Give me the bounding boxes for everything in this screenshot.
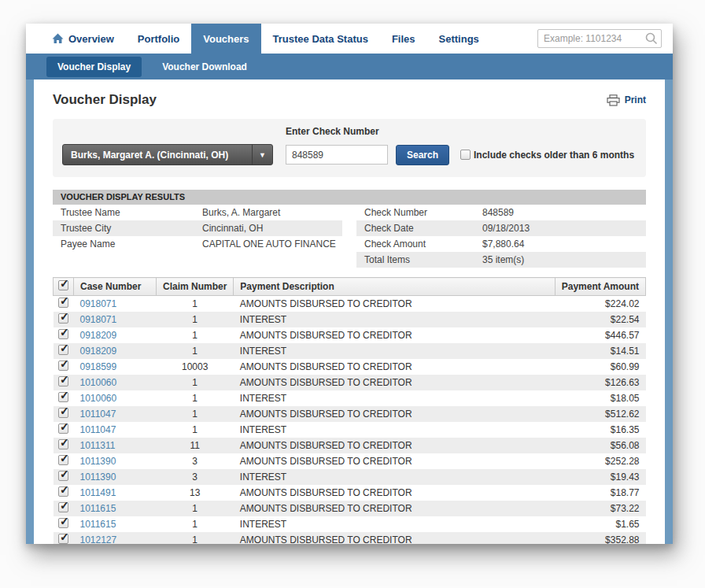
case-number-link[interactable]: 1011615	[80, 519, 116, 530]
case-number-link[interactable]: 0918209	[80, 330, 117, 341]
payment-amount-cell: $252.28	[555, 453, 645, 469]
title-row: Voucher Display Print	[53, 89, 646, 111]
detail-value: $7,880.64	[482, 239, 646, 250]
nav-tab-overview[interactable]: Overview	[40, 24, 126, 54]
payment-description-cell: AMOUNTS DISBURSED TO CREDITOR	[234, 453, 555, 469]
case-number-link[interactable]: 0918071	[80, 298, 117, 309]
case-number-link[interactable]: 1011390	[80, 472, 116, 483]
case-number-link[interactable]: 1011390	[80, 456, 116, 467]
trustee-dropdown[interactable]: Burks, Margaret A. (Cincinnati, OH) ▼	[62, 144, 273, 165]
claim-number-cell: 1	[157, 375, 234, 390]
quick-search-box	[537, 29, 662, 48]
table-row: 10100601INTEREST$18.05	[54, 390, 646, 406]
case-number-link[interactable]: 0918209	[80, 346, 117, 357]
nav-tab-files[interactable]: Files	[380, 24, 427, 54]
nav-tab-label: Files	[392, 33, 415, 45]
row-checkbox[interactable]	[58, 518, 68, 528]
payment-description-cell: INTEREST	[234, 516, 555, 532]
row-checkbox[interactable]	[58, 534, 68, 544]
case-number-link[interactable]: 1011491	[80, 487, 116, 498]
row-checkbox[interactable]	[58, 423, 68, 434]
case-number-link[interactable]: 1011047	[80, 424, 116, 435]
nav-tab-portfolio[interactable]: Portfolio	[126, 24, 191, 54]
payment-description-cell: INTEREST	[234, 390, 555, 406]
row-checkbox[interactable]	[58, 408, 68, 418]
payment-description-cell: AMOUNTS DISBURSED TO CREDITOR	[234, 485, 555, 501]
row-checkbox[interactable]	[58, 502, 68, 512]
nav-tab-trustee-data-status[interactable]: Trustee Data Status	[261, 24, 380, 54]
table-row: 09180711AMOUNTS DISBURSED TO CREDITOR$22…	[54, 296, 646, 312]
payment-amount-cell: $352.88	[555, 532, 645, 545]
nav-tab-label: Overview	[68, 33, 114, 45]
row-checkbox[interactable]	[58, 392, 68, 402]
claim-number-cell: 1	[157, 327, 234, 343]
nav-tab-label: Portfolio	[138, 33, 179, 45]
case-number-link[interactable]: 1012127	[80, 534, 117, 545]
row-checkbox[interactable]	[58, 439, 68, 449]
payment-description-cell: INTEREST	[234, 469, 555, 485]
payment-amount-header: Payment Amount	[555, 278, 645, 296]
detail-value: Burks, A. Margaret	[202, 207, 342, 218]
quick-search-input[interactable]	[538, 33, 644, 44]
page-card: OverviewPortfolioVouchersTrustee Data St…	[26, 24, 673, 544]
claim-number-cell: 13	[157, 485, 234, 501]
claim-number-cell: 1	[157, 390, 234, 406]
table-row: 10110471INTEREST$16.35	[54, 422, 646, 438]
payment-amount-cell: $14.51	[555, 343, 645, 359]
claim-number-cell: 3	[157, 469, 234, 485]
claim-number-cell: 1	[157, 312, 234, 327]
payment-description-cell: INTEREST	[234, 422, 555, 438]
nav-tabs: OverviewPortfolioVouchersTrustee Data St…	[40, 24, 491, 54]
case-number-link[interactable]: 1011311	[80, 440, 116, 451]
search-button[interactable]: Search	[396, 145, 449, 165]
detail-label: Check Amount	[356, 239, 482, 250]
detail-row-trustee-city: Trustee CityCincinnati, OH	[53, 220, 342, 236]
case-number-link[interactable]: 1011047	[80, 409, 116, 420]
payment-amount-cell: $1.65	[555, 516, 645, 532]
row-checkbox[interactable]	[58, 329, 68, 339]
case-number-link[interactable]: 1011615	[80, 503, 116, 514]
payment-description-header: Payment Description	[234, 278, 555, 296]
detail-row-trustee-name: Trustee NameBurks, A. Margaret	[53, 205, 342, 220]
payment-description-cell: AMOUNTS DISBURSED TO CREDITOR	[234, 359, 555, 375]
subnav-item-voucher-display[interactable]: Voucher Display	[46, 57, 142, 77]
table-row: 09182091AMOUNTS DISBURSED TO CREDITOR$44…	[54, 327, 646, 343]
row-checkbox[interactable]	[58, 471, 68, 481]
nav-tab-vouchers[interactable]: Vouchers	[191, 24, 260, 54]
row-checkbox[interactable]	[58, 376, 68, 386]
row-checkbox[interactable]	[58, 455, 68, 465]
case-number-header: Case Number	[74, 278, 157, 296]
row-checkbox[interactable]	[58, 361, 68, 371]
claim-number-cell: 1	[157, 532, 234, 545]
case-number-link[interactable]: 0918071	[80, 314, 117, 325]
detail-label: Trustee Name	[53, 207, 202, 218]
detail-label: Check Number	[356, 207, 482, 218]
detail-value: 09/18/2013	[482, 223, 646, 234]
table-row: 10121271AMOUNTS DISBURSED TO CREDITOR$35…	[54, 532, 646, 545]
search-icon[interactable]	[644, 31, 659, 46]
top-nav: OverviewPortfolioVouchersTrustee Data St…	[26, 24, 673, 54]
nav-tab-settings[interactable]: Settings	[427, 24, 491, 54]
payment-description-cell: AMOUNTS DISBURSED TO CREDITOR	[234, 327, 555, 343]
payments-table: Case Number Claim Number Payment Descrip…	[53, 277, 646, 544]
table-row: 091859910003AMOUNTS DISBURSED TO CREDITO…	[54, 359, 646, 375]
detail-row-total-items: Total Items35 item(s)	[356, 252, 646, 268]
detail-value: 35 item(s)	[482, 254, 646, 265]
row-checkbox[interactable]	[58, 486, 68, 497]
payment-description-cell: AMOUNTS DISBURSED TO CREDITOR	[234, 375, 555, 390]
case-number-link[interactable]: 0918599	[80, 361, 117, 372]
row-checkbox[interactable]	[58, 298, 68, 308]
table-row: 10116151AMOUNTS DISBURSED TO CREDITOR$73…	[54, 501, 646, 516]
case-number-link[interactable]: 1010060	[80, 377, 117, 388]
claim-number-cell: 1	[157, 406, 234, 422]
row-checkbox[interactable]	[58, 313, 68, 324]
include-older-checkbox[interactable]	[460, 150, 471, 160]
subnav-item-voucher-download[interactable]: Voucher Download	[151, 57, 258, 77]
detail-value: 848589	[482, 207, 646, 218]
check-number-input[interactable]	[286, 145, 388, 165]
select-all-checkbox[interactable]	[58, 280, 68, 290]
print-button[interactable]: Print	[607, 94, 646, 106]
payment-amount-cell: $126.63	[555, 375, 645, 390]
case-number-link[interactable]: 1010060	[80, 393, 117, 404]
row-checkbox[interactable]	[58, 345, 68, 355]
